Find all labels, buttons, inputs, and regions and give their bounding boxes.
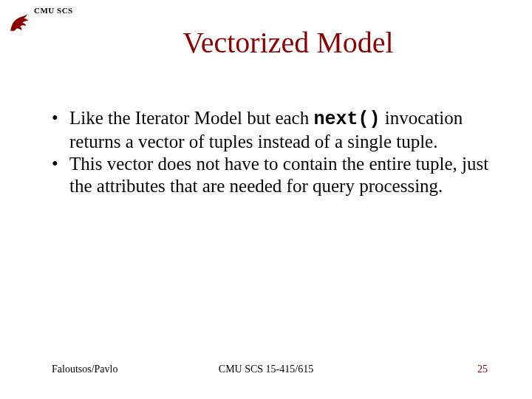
bullet-marker: • <box>52 153 69 199</box>
slide-content: • Like the Iterator Model but each next(… <box>52 107 495 199</box>
slide-title: Vectorized Model <box>0 25 532 60</box>
bullet-marker: • <box>52 107 69 153</box>
bullet-item: • This vector does not have to contain t… <box>52 153 495 199</box>
bullet-text-pre: This vector does not have to contain the… <box>69 154 488 196</box>
footer: Faloutsos/Pavlo CMU SCS 15-415/615 25 <box>0 364 532 375</box>
header-org-text: CMU SCS <box>34 6 73 15</box>
bullet-code: next() <box>313 109 380 130</box>
bullet-text: Like the Iterator Model but each next() … <box>69 107 495 153</box>
footer-course: CMU SCS 15-415/615 <box>0 364 532 375</box>
bullet-item: • Like the Iterator Model but each next(… <box>52 107 495 153</box>
bullet-text: This vector does not have to contain the… <box>69 153 495 199</box>
bullet-text-pre: Like the Iterator Model but each <box>69 108 313 128</box>
